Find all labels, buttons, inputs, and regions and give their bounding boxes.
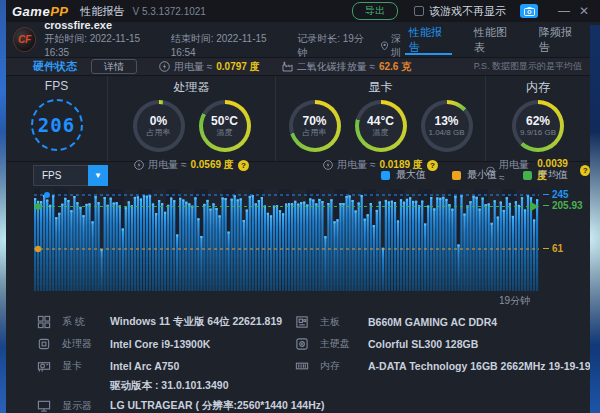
system-icon [37, 315, 51, 329]
location-pin-icon [381, 41, 388, 51]
start-time: 开始时间: 2022-11-15 16:35 [44, 32, 157, 60]
stats-panel: FPS 206 处理器 0%占用率 50°C温度 用电量 ≈ [6, 76, 590, 162]
power-total-label: 用电量 ≈ [174, 60, 212, 74]
axis-label-min: 61 [543, 243, 563, 254]
memory-section: 内存 62%9.9/16 GB 用电量 ≈ 0.0039 度 ? [485, 76, 590, 161]
game-name: crossfire.exe [44, 19, 409, 32]
screenshot-button[interactable] [520, 4, 538, 18]
fps-value: 206 [38, 114, 75, 136]
cpu-icon [37, 337, 51, 351]
axis-label-avg: 205.93 [543, 200, 583, 211]
memory-usage-gauge: 62%9.9/16 GB [512, 100, 564, 152]
metric-select[interactable]: FPS ▼ [33, 165, 108, 186]
co2-value: 62.6 克 [379, 60, 411, 74]
screen: GamePP 性能报告 V 5.3.1372.1021 导出 该游戏不再显示 —… [0, 0, 600, 413]
axis-label-duration: 19分钟 [499, 294, 530, 308]
location-label: 深圳 [391, 32, 409, 60]
tab-performance-report[interactable]: 性能报告 [409, 22, 448, 57]
tab-performance-chart[interactable]: 性能图表 [474, 22, 513, 57]
power-icon [159, 61, 170, 72]
gpu-vram-gauge: 13%1.04/8 GB [421, 100, 473, 152]
gpu-usage-gauge: 70%占用率 [289, 100, 341, 152]
system-info: 系 统 Windows 11 专业版 64位 22621.819 处理器 Int… [6, 308, 590, 413]
info-row-disk: 主硬盘 Colorful SL300 128GB [294, 336, 478, 352]
legend-avg-swatch [523, 171, 532, 180]
game-logo: CF [13, 27, 36, 52]
desktop-wallpaper-left [0, 0, 6, 413]
co2-label: 二氧化碳排放量 ≈ [297, 60, 375, 74]
detail-button[interactable]: 详情 [91, 59, 137, 74]
version-label: V 5.3.1372.1021 [132, 6, 352, 17]
ram-icon [295, 359, 309, 373]
disk-icon [295, 337, 309, 351]
gamepp-logo: GamePP [12, 4, 68, 19]
tab-throttle-report[interactable]: 降频报告 [539, 22, 578, 57]
close-button[interactable]: ✕ [576, 4, 592, 18]
memory-title: 内存 [526, 79, 550, 96]
info-row-ram: 内存 A-DATA Technology 16GB 2662MHz 19-19-… [294, 358, 600, 374]
fps-chart [34, 189, 539, 291]
hardware-status-title: 硬件状态 [33, 59, 77, 74]
game-meta: crossfire.exe 开始时间: 2022-11-15 16:35 结束时… [44, 19, 409, 60]
fps-title: FPS [45, 79, 68, 93]
minimize-button[interactable]: — [556, 4, 572, 18]
motherboard-icon [295, 315, 309, 329]
power-total-value: 0.0797 度 [216, 60, 259, 74]
desktop-wallpaper-right [590, 25, 600, 413]
hardware-status-bar: 硬件状态 详情 用电量 ≈ 0.0797 度 二氧化碳排放量 ≈ 62.6 克 … [6, 57, 600, 76]
info-row-cpu: 处理器 Intel Core i9-13900K [36, 336, 210, 352]
info-row-gpu: 显卡 Intel Arc A750 [36, 358, 179, 374]
dont-show-label: 该游戏不再显示 [429, 4, 506, 19]
legend-max-swatch [381, 171, 390, 180]
gpu-section: 显卡 70%占用率 44°C温度 13%1.04/8 GB 用电量 ≈ 0.01 [275, 76, 485, 161]
fps-gauge: 206 [31, 99, 83, 151]
chart-controls: FPS ▼ 最大值 最小值 平均值 [6, 162, 590, 188]
info-row-gpu-driver: 驱动版本 : 31.0.101.3490 [36, 378, 228, 394]
legend-min-swatch [452, 171, 461, 180]
export-button[interactable]: 导出 [352, 2, 398, 20]
window-title: 性能报告 [80, 4, 124, 19]
cpu-temp-gauge: 50°C温度 [199, 100, 251, 152]
monitor-icon [37, 399, 51, 413]
report-tabs: 性能报告 性能图表 降频报告 [409, 22, 600, 57]
gpu-icon [37, 359, 51, 373]
cpu-title: 处理器 [174, 79, 210, 96]
average-note: P.S. 数据图显示的是平均值 [474, 60, 582, 73]
info-row-monitor: 显示器 LG ULTRAGEAR ( 分辨率:2560*1440 144Hz) [36, 398, 325, 413]
co2-icon [282, 61, 293, 72]
end-time: 结束时间: 2022-11-15 16:54 [171, 32, 284, 60]
game-header: CF crossfire.exe 开始时间: 2022-11-15 16:35 … [6, 22, 600, 57]
cpu-usage-gauge: 0%占用率 [133, 100, 185, 152]
axis-label-max: 245 [543, 189, 569, 200]
legend-min[interactable]: 最小值 [452, 168, 497, 182]
info-row-system: 系 统 Windows 11 专业版 64位 22621.819 [36, 314, 282, 330]
camera-icon [524, 7, 535, 16]
chart-legend: 最大值 最小值 平均值 [381, 168, 590, 182]
cpu-section: 处理器 0%占用率 50°C温度 用电量 ≈ 0.0569 度 ? [107, 76, 275, 161]
legend-avg[interactable]: 平均值 [523, 168, 568, 182]
chevron-down-icon[interactable]: ▼ [88, 165, 108, 186]
metric-select-value: FPS [33, 165, 88, 186]
fps-section: FPS 206 [6, 76, 107, 161]
record-duration: 记录时长: 19分钟 [297, 32, 367, 60]
legend-max[interactable]: 最大值 [381, 168, 426, 182]
dont-show-checkbox[interactable] [414, 6, 424, 16]
info-row-motherboard: 主板 B660M GAMING AC DDR4 [294, 314, 497, 330]
gamepp-window: GamePP 性能报告 V 5.3.1372.1021 导出 该游戏不再显示 —… [6, 0, 600, 413]
gpu-title: 显卡 [369, 79, 393, 96]
gpu-temp-gauge: 44°C温度 [355, 100, 407, 152]
